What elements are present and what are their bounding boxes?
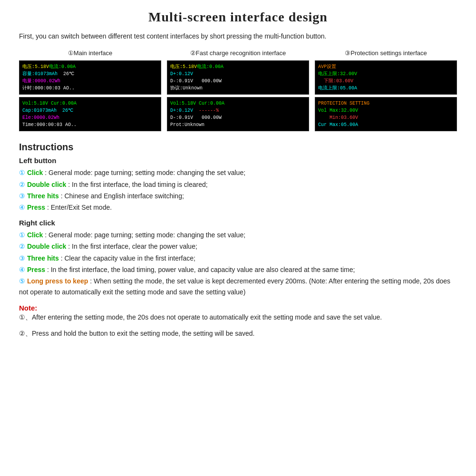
screens-section: ①Main interface 电压:5.18V电流:0.00A 容量:0107… [19, 49, 457, 131]
screen-group-2: ②Fast charge recognition interface 电压:5.… [167, 49, 309, 131]
lcd-fastcharge-top: 电压:5.18V电流:0.00A D+:0.12V D-:0.91V 000.0… [167, 60, 309, 95]
note-item-1: ①、After entering the setting mode, the 2… [19, 312, 457, 322]
right-item-4: ④ Press : In the first interface, the lo… [19, 264, 457, 275]
screen-pair-3: AVP设置 电压上限:32.00V 下限:03.60V 电流上限:05.00A … [315, 60, 457, 131]
note-section: Note: ①、After entering the setting mode,… [19, 304, 457, 339]
lcd-fastcharge-bottom: Vol:5.18V Cur:0.00A D+:0.12V ------% D-:… [167, 97, 309, 131]
instructions-block: Instructions Left button ① Click : Gener… [19, 142, 457, 297]
instructions-title: Instructions [19, 142, 457, 153]
right-item-5: ⑤ Long press to keep : When setting the … [19, 276, 457, 297]
intro-text: First, you can switch between different … [19, 31, 457, 41]
right-item-1: ① Click : General mode: page turning; se… [19, 230, 457, 240]
screen-group-1: ①Main interface 电压:5.18V电流:0.00A 容量:0107… [19, 49, 161, 131]
left-item-3: ③ Three hits : Chinese and English inter… [19, 191, 457, 201]
lcd-main-bottom: Vol:5.18V Cur:0.00A Cap:01073mAh 26℃ Ele… [19, 97, 161, 131]
left-item-2: ② Double click : In the first interface,… [19, 179, 457, 190]
right-click-list: ① Click : General mode: page turning; se… [19, 230, 457, 297]
lcd-protection-top: AVP设置 电压上限:32.00V 下限:03.60V 电流上限:05.00A [315, 60, 457, 95]
screen-label-1: ①Main interface [68, 49, 113, 58]
left-button-title: Left button [19, 156, 457, 165]
screen-pair-2: 电压:5.18V电流:0.00A D+:0.12V D-:0.91V 000.0… [167, 60, 309, 131]
screen-label-3: ③Protection settings interface [345, 49, 427, 58]
note-item-2: ②、Press and hold the button to exit the … [19, 328, 457, 339]
left-item-1: ① Click : General mode: page turning; se… [19, 167, 457, 178]
left-item-4: ④ Press : Enter/Exit Set mode. [19, 202, 457, 213]
screen-pair-1: 电压:5.18V电流:0.00A 容量:01073mAh 26℃ 电量:0000… [19, 60, 161, 131]
lcd-main-top: 电压:5.18V电流:0.00A 容量:01073mAh 26℃ 电量:0000… [19, 60, 161, 95]
lcd-protection-bottom: PROTECTION SETTING Vol Max:32.00V Min:03… [315, 97, 457, 131]
page-title: Multi-screen interface design [19, 10, 457, 25]
right-item-3: ③ Three hits : Clear the capacity value … [19, 253, 457, 263]
note-label: Note: [19, 304, 457, 312]
right-item-2: ② Double click : In the first interface,… [19, 241, 457, 252]
left-button-list: ① Click : General mode: page turning; se… [19, 167, 457, 213]
screen-label-2: ②Fast charge recognition interface [190, 49, 286, 58]
right-click-title: Right click [19, 219, 457, 227]
screen-group-3: ③Protection settings interface AVP设置 电压上… [315, 49, 457, 131]
